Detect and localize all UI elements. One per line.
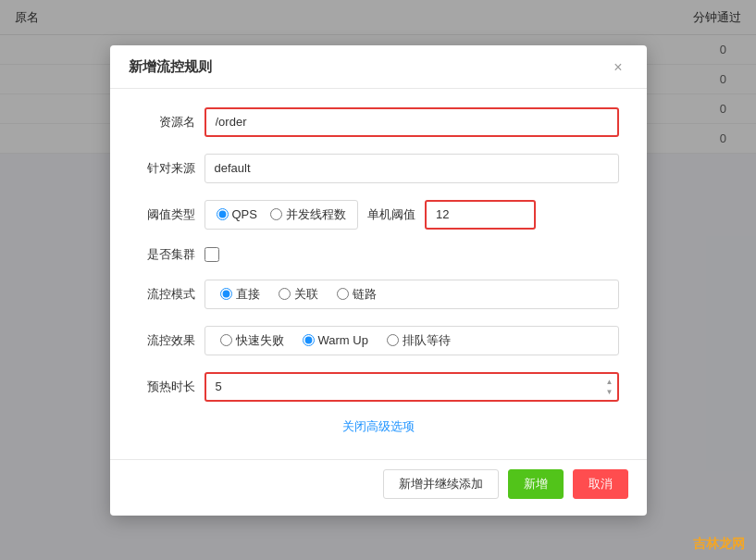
- qps-radio[interactable]: [217, 208, 229, 220]
- queue-label: 排队等待: [403, 332, 451, 349]
- modal-body: 资源名 针对来源 阈值类型 QPS 并发线程数: [110, 89, 647, 459]
- flow-effect-row: 流控效果 快速失败 Warm Up 排队等待: [138, 326, 619, 355]
- preheat-label: 预热时长: [138, 379, 204, 395]
- relate-radio[interactable]: [279, 288, 291, 300]
- concurrent-label: 并发线程数: [286, 206, 346, 223]
- single-threshold-label: 单机阈值: [367, 206, 415, 223]
- qps-label: QPS: [232, 207, 257, 221]
- preheat-input-wrap: ▲ ▼: [204, 372, 619, 402]
- source-row: 针对来源: [138, 154, 619, 183]
- preheat-spinner: ▲ ▼: [604, 377, 615, 396]
- threshold-type-group: QPS 并发线程数: [204, 200, 358, 230]
- resource-name-row: 资源名: [138, 107, 619, 137]
- fast-fail-option[interactable]: 快速失败: [220, 332, 284, 349]
- flow-effect-label: 流控效果: [138, 332, 204, 349]
- cluster-checkbox[interactable]: [204, 247, 219, 262]
- queue-option[interactable]: 排队等待: [387, 332, 451, 349]
- concurrent-radio[interactable]: [270, 208, 282, 220]
- preheat-input[interactable]: [204, 372, 619, 402]
- cluster-label: 是否集群: [138, 246, 204, 263]
- modal-header: 新增流控规则 ×: [110, 45, 647, 89]
- cancel-button[interactable]: 取消: [573, 469, 628, 499]
- warm-up-radio[interactable]: [303, 334, 315, 346]
- add-continue-button[interactable]: 新增并继续添加: [383, 469, 499, 499]
- chain-option[interactable]: 链路: [337, 286, 377, 303]
- spinner-down-button[interactable]: ▼: [604, 387, 615, 396]
- watermark: 吉林龙网: [693, 536, 745, 553]
- preheat-row: 预热时长 ▲ ▼: [138, 372, 619, 402]
- qps-option[interactable]: QPS: [217, 207, 257, 221]
- modal-title: 新增流控规则: [129, 58, 212, 76]
- concurrent-option[interactable]: 并发线程数: [270, 206, 346, 223]
- threshold-row: 阈值类型 QPS 并发线程数 单机阈值: [138, 200, 619, 230]
- single-threshold-input[interactable]: [425, 200, 536, 230]
- direct-radio[interactable]: [220, 288, 232, 300]
- advanced-toggle[interactable]: 关闭高级选项: [138, 418, 619, 435]
- warm-up-label: Warm Up: [318, 333, 368, 347]
- modal-overlay: 新增流控规则 × 资源名 针对来源 阈值类型 QPS: [0, 0, 756, 560]
- queue-radio[interactable]: [387, 334, 399, 346]
- flow-mode-group: 直接 关联 链路: [204, 280, 619, 309]
- direct-option[interactable]: 直接: [220, 286, 260, 303]
- add-button[interactable]: 新增: [508, 469, 564, 499]
- flow-effect-group: 快速失败 Warm Up 排队等待: [204, 326, 619, 355]
- resource-name-input[interactable]: [204, 107, 619, 137]
- modal-footer: 新增并继续添加 新增 取消: [110, 459, 647, 516]
- direct-label: 直接: [236, 286, 260, 303]
- warm-up-option[interactable]: Warm Up: [303, 333, 368, 347]
- fast-fail-label: 快速失败: [236, 332, 284, 349]
- modal-dialog: 新增流控规则 × 资源名 针对来源 阈值类型 QPS: [110, 45, 647, 516]
- source-input[interactable]: [204, 154, 619, 183]
- flow-mode-label: 流控模式: [138, 286, 204, 303]
- resource-name-label: 资源名: [138, 114, 204, 131]
- relate-option[interactable]: 关联: [279, 286, 318, 303]
- flow-mode-row: 流控模式 直接 关联 链路: [138, 280, 619, 309]
- chain-label: 链路: [353, 286, 377, 303]
- relate-label: 关联: [294, 286, 318, 303]
- cluster-row: 是否集群: [138, 246, 619, 263]
- chain-radio[interactable]: [337, 288, 349, 300]
- close-button[interactable]: ×: [608, 58, 627, 77]
- threshold-type-label: 阈值类型: [138, 206, 204, 223]
- source-label: 针对来源: [138, 160, 204, 177]
- spinner-up-button[interactable]: ▲: [604, 377, 615, 386]
- fast-fail-radio[interactable]: [220, 334, 232, 346]
